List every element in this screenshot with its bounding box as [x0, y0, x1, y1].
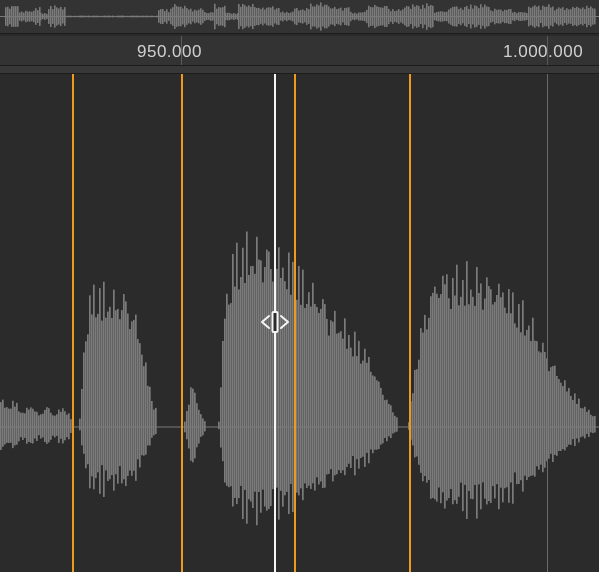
svg-rect-524	[506, 313, 508, 487]
svg-rect-436	[320, 309, 322, 482]
svg-rect-466	[380, 388, 382, 445]
svg-rect-389	[226, 294, 228, 486]
svg-rect-532	[522, 300, 524, 491]
svg-rect-549	[556, 376, 558, 456]
svg-rect-424	[296, 300, 298, 493]
svg-rect-301	[4, 408, 6, 445]
svg-rect-329	[60, 412, 62, 439]
ruler-tick-label: 1.000.000	[503, 42, 583, 62]
svg-rect-417	[282, 268, 284, 507]
marker-line	[181, 74, 183, 572]
svg-rect-366	[141, 355, 143, 456]
svg-rect-419	[286, 289, 288, 492]
svg-rect-435	[318, 313, 320, 485]
svg-rect-402	[252, 266, 254, 508]
svg-rect-499	[456, 265, 458, 504]
svg-rect-388	[224, 319, 226, 483]
transient-marker[interactable]	[72, 74, 74, 572]
svg-rect-362	[133, 320, 135, 471]
svg-rect-541	[540, 352, 542, 464]
svg-rect-302	[6, 407, 8, 443]
svg-rect-299	[0, 402, 2, 450]
svg-rect-551	[560, 383, 562, 451]
svg-rect-472	[392, 412, 394, 433]
svg-rect-547	[552, 366, 554, 462]
svg-rect-420	[288, 252, 290, 513]
svg-rect-474	[396, 417, 398, 431]
svg-rect-307	[16, 403, 18, 445]
svg-rect-505	[468, 304, 470, 491]
svg-rect-451	[350, 348, 352, 468]
svg-rect-310	[22, 413, 24, 440]
svg-rect-562	[582, 408, 584, 436]
svg-rect-321	[44, 410, 46, 442]
svg-rect-569	[273, 312, 278, 332]
svg-rect-514	[486, 277, 488, 504]
transient-marker[interactable]	[409, 74, 411, 572]
svg-rect-427	[302, 270, 304, 501]
svg-rect-395	[238, 289, 240, 498]
svg-rect-538	[534, 341, 536, 477]
svg-rect-568	[594, 416, 596, 433]
svg-rect-399	[246, 232, 248, 524]
svg-rect-392	[232, 254, 234, 507]
svg-rect-528	[514, 323, 516, 472]
svg-rect-379	[194, 393, 196, 459]
svg-rect-365	[139, 343, 141, 467]
svg-rect-447	[342, 339, 344, 471]
svg-rect-558	[574, 393, 576, 446]
svg-rect-441	[330, 320, 332, 469]
svg-rect-325	[52, 415, 54, 435]
svg-rect-553	[564, 380, 566, 450]
svg-rect-543	[544, 352, 546, 468]
svg-rect-468	[384, 400, 386, 438]
svg-rect-433	[314, 304, 316, 491]
svg-rect-469	[386, 400, 388, 442]
svg-rect-515	[488, 286, 490, 501]
svg-rect-470	[388, 404, 390, 436]
svg-rect-347	[103, 282, 105, 497]
svg-rect-491	[440, 294, 442, 503]
svg-rect-360	[129, 329, 131, 470]
svg-rect-328	[58, 410, 60, 443]
svg-rect-344	[97, 314, 99, 473]
svg-rect-516	[490, 289, 492, 503]
svg-rect-410	[268, 252, 270, 509]
svg-rect-444	[336, 334, 338, 475]
svg-rect-510	[478, 293, 480, 484]
svg-rect-353	[115, 310, 117, 474]
svg-rect-324	[50, 413, 52, 440]
transient-marker[interactable]	[181, 74, 183, 572]
playhead[interactable]	[274, 74, 276, 572]
svg-rect-356	[121, 310, 123, 483]
svg-rect-517	[492, 304, 494, 486]
transient-marker[interactable]	[294, 74, 296, 572]
svg-rect-566	[590, 415, 592, 433]
svg-rect-373	[155, 408, 157, 434]
svg-rect-473	[394, 416, 396, 433]
svg-rect-382	[200, 414, 202, 437]
overview-lane[interactable]	[0, 0, 599, 33]
svg-rect-482	[422, 333, 424, 482]
svg-rect-339	[87, 334, 89, 464]
svg-rect-438	[324, 304, 326, 488]
svg-rect-314	[30, 407, 32, 443]
svg-rect-319	[40, 414, 42, 438]
region-edge-marker[interactable]	[547, 74, 549, 572]
svg-rect-525	[508, 289, 510, 503]
svg-rect-496	[450, 309, 452, 489]
svg-rect-305	[12, 401, 14, 448]
svg-rect-453	[354, 332, 356, 476]
svg-rect-533	[524, 335, 526, 475]
waveform-track[interactable]	[0, 74, 599, 572]
ruler-strip	[0, 66, 599, 73]
svg-rect-535	[528, 326, 530, 477]
svg-rect-467	[382, 395, 384, 444]
svg-rect-378	[192, 389, 194, 463]
svg-rect-313	[28, 410, 30, 442]
svg-rect-480	[418, 360, 420, 465]
svg-rect-357	[123, 294, 125, 479]
timeline-ruler[interactable]: 950.0001.000.000	[0, 36, 599, 65]
svg-rect-350	[109, 307, 111, 479]
svg-rect-485	[428, 318, 430, 480]
